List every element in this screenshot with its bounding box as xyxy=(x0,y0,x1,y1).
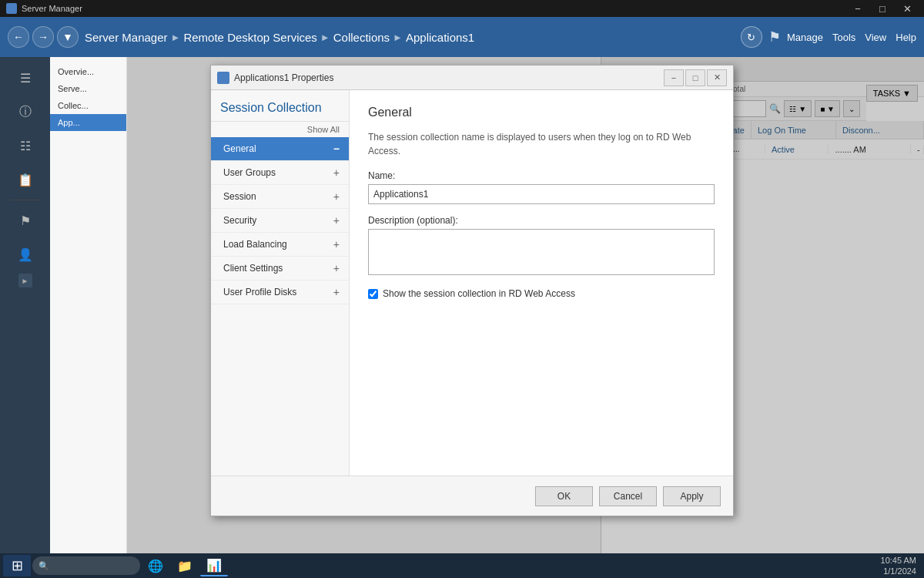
dialog-main-content: General The session collection name is d… xyxy=(350,90,733,476)
checkbox-row: Show the session collection in RD Web Ac… xyxy=(368,288,715,299)
tools-menu[interactable]: Tools xyxy=(832,32,855,43)
alerts-icon: ⚑ xyxy=(20,213,31,228)
description-input[interactable] xyxy=(368,229,715,275)
sep2: ► xyxy=(320,32,330,43)
section-description: The session collection name is displayed… xyxy=(368,130,715,158)
sidebar: ☰ ⓘ ☷ 📋 ⚑ 👤 ► xyxy=(0,57,50,553)
breadcrumb: Server Manager ► Remote Desktop Services… xyxy=(85,31,735,44)
dialog-close-button[interactable]: ✕ xyxy=(707,69,727,86)
dialog-sidebar: Session Collection Show All General − Us… xyxy=(211,90,350,476)
menu-item-security[interactable]: Security + xyxy=(211,209,349,233)
back-button[interactable]: ← xyxy=(8,26,29,48)
maximize-button[interactable]: □ xyxy=(872,0,893,17)
sidebar-item-alerts[interactable]: ⚑ xyxy=(6,204,45,237)
menu-item-user-groups[interactable]: User Groups + xyxy=(211,161,349,185)
help-menu[interactable]: Help xyxy=(896,32,916,43)
menu-upd-label: User Profile Disks xyxy=(223,287,296,297)
menu-item-user-profile-disks[interactable]: User Profile Disks + xyxy=(211,281,349,304)
name-input[interactable] xyxy=(368,184,715,204)
window-controls: − □ ✕ xyxy=(847,0,918,17)
menu-item-client-settings[interactable]: Client Settings + xyxy=(211,257,349,281)
app-icon xyxy=(6,3,17,14)
local-server-icon: ⓘ xyxy=(19,104,32,120)
nav-collections[interactable]: Collec... xyxy=(50,97,126,114)
nav-servers[interactable]: Serve... xyxy=(50,80,126,97)
taskbar-explorer-icon[interactable]: 📁 xyxy=(171,555,199,576)
taskbar-date: 1/1/2024 xyxy=(883,566,916,576)
dialog-overlay: Applications1 Properties − □ ✕ Session C… xyxy=(127,57,924,553)
taskbar-time: 10:45 AM xyxy=(881,555,916,566)
menu-usergroups-label: User Groups xyxy=(223,167,276,178)
show-all-link[interactable]: Show All xyxy=(211,122,349,137)
taskbar-clock: 10:45 AM 1/1/2024 xyxy=(881,555,921,577)
plus-icon-client: + xyxy=(333,262,340,274)
checkbox-label: Show the session collection in RD Web Ac… xyxy=(383,288,575,299)
rds-icon: 📋 xyxy=(18,173,33,187)
dialog-window-controls: − □ ✕ xyxy=(664,69,727,86)
view-menu[interactable]: View xyxy=(865,32,886,43)
breadcrumb-collections[interactable]: Collections xyxy=(333,31,390,44)
menu-session-label: Session xyxy=(223,191,256,202)
dialog-body: Session Collection Show All General − Us… xyxy=(211,90,733,476)
nav-buttons: ← → ▼ xyxy=(8,26,79,48)
notifications-icon[interactable]: ⚑ xyxy=(768,29,781,45)
users-icon: 👤 xyxy=(18,247,33,262)
sidebar-item-users[interactable]: 👤 xyxy=(6,238,45,271)
dialog-app-icon xyxy=(217,72,229,84)
properties-dialog: Applications1 Properties − □ ✕ Session C… xyxy=(210,65,734,516)
sidebar-item-rds[interactable]: 📋 xyxy=(6,163,45,196)
forward-button[interactable]: → xyxy=(32,26,54,48)
menu-general-label: General xyxy=(223,143,256,154)
nav-overview[interactable]: Overvie... xyxy=(50,63,126,80)
sidebar-expand[interactable]: ► xyxy=(18,274,32,287)
sidebar-item-dashboard[interactable]: ☰ xyxy=(6,62,45,94)
all-servers-icon: ☷ xyxy=(20,139,31,153)
cancel-button[interactable]: Cancel xyxy=(599,486,657,506)
taskbar-servermanager-icon[interactable]: 📊 xyxy=(200,555,228,576)
plus-icon-upd: + xyxy=(333,286,340,298)
section-title: General xyxy=(368,106,715,119)
breadcrumb-rds[interactable]: Remote Desktop Services xyxy=(183,31,316,44)
close-button[interactable]: ✕ xyxy=(896,0,918,17)
desc-label: Description (optional): xyxy=(368,215,715,226)
breadcrumb-app1[interactable]: Applications1 xyxy=(406,31,474,44)
apply-button[interactable]: Apply xyxy=(663,486,721,506)
sidebar-item-local[interactable]: ⓘ xyxy=(6,96,45,128)
menu-item-general[interactable]: General − xyxy=(211,137,349,161)
manage-menu[interactable]: Manage xyxy=(787,32,823,43)
plus-icon-usergroups: + xyxy=(333,166,340,179)
refresh-button[interactable]: ↻ xyxy=(741,26,762,48)
title-bar: Server Manager − □ ✕ xyxy=(0,0,924,17)
taskbar-ie-icon[interactable]: 🌐 xyxy=(142,555,169,576)
sep1: ► xyxy=(171,32,181,43)
dialog-maximize-button[interactable]: □ xyxy=(685,69,705,86)
taskbar-search-icon: 🔍 xyxy=(38,561,49,571)
menu-item-session[interactable]: Session + xyxy=(211,185,349,209)
plus-icon-lb: + xyxy=(333,238,340,250)
menu-lb-label: Load Balancing xyxy=(223,239,287,250)
menu-item-load-balancing[interactable]: Load Balancing + xyxy=(211,233,349,257)
nav-app1[interactable]: App... xyxy=(50,114,126,131)
ok-button[interactable]: OK xyxy=(535,486,593,506)
minimize-button[interactable]: − xyxy=(847,0,869,17)
dialog-footer: OK Cancel Apply xyxy=(211,476,733,516)
start-button[interactable]: ⊞ xyxy=(3,555,31,576)
title-bar-text: Server Manager xyxy=(22,4,82,13)
plus-icon-security: + xyxy=(333,214,340,227)
nav-dropdown[interactable]: ▼ xyxy=(57,26,79,48)
toolbar-right: ↻ ⚑ xyxy=(741,26,781,48)
taskbar-search[interactable]: 🔍 xyxy=(32,556,140,575)
menu-security-label: Security xyxy=(223,215,256,226)
show-collection-checkbox[interactable] xyxy=(368,289,378,299)
name-label: Name: xyxy=(368,170,715,181)
dialog-sidebar-title: Session Collection xyxy=(211,90,349,122)
sep3: ► xyxy=(393,32,403,43)
breadcrumb-server-manager[interactable]: Server Manager xyxy=(85,31,168,44)
dialog-title-bar: Applications1 Properties − □ ✕ xyxy=(211,66,733,90)
sidebar-item-all-servers[interactable]: ☷ xyxy=(6,129,45,162)
sidebar-divider xyxy=(10,200,41,200)
toolbar-actions: Manage Tools View Help xyxy=(787,32,916,43)
dialog-minimize-button[interactable]: − xyxy=(664,69,684,86)
plus-icon-session: + xyxy=(333,190,340,203)
taskbar: ⊞ 🔍 🌐 📁 📊 10:45 AM 1/1/2024 xyxy=(0,553,924,578)
